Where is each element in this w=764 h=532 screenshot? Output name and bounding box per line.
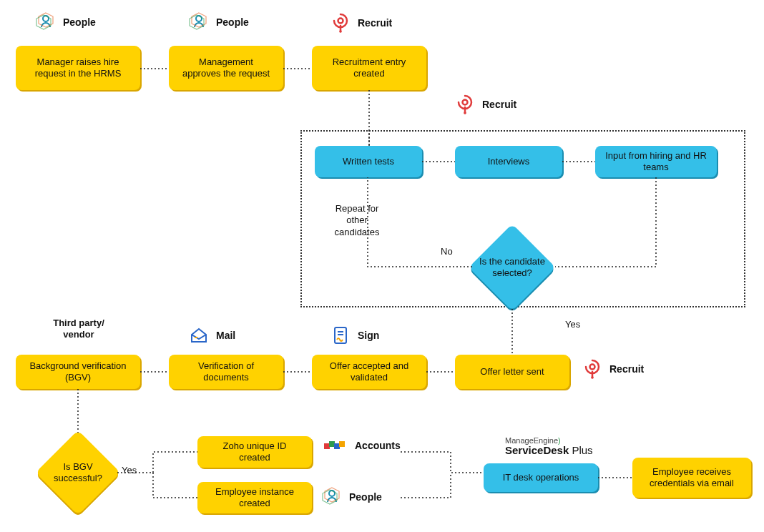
mail-heading: Mail: [187, 325, 235, 346]
edge-label-yes1: Yes: [565, 319, 580, 330]
recruit-label-3: Recruit: [609, 363, 644, 375]
edge-label-repeat: Repeat for other candidates: [325, 203, 389, 238]
people-icon: [320, 486, 343, 508]
node-manager-raises-request: Manager raises hire request in the HRMS: [16, 46, 140, 90]
node-management-approves: Management approves the request: [169, 46, 283, 90]
node-bgv: Background verification (BGV): [16, 355, 140, 389]
recruit-icon: [329, 11, 352, 34]
node-it-desk-operations: IT desk operations: [484, 463, 598, 492]
node-employee-credentials: Employee receives credentials via email: [632, 458, 751, 498]
mail-label: Mail: [216, 330, 235, 341]
people-icon: [34, 11, 57, 33]
mail-icon: [187, 325, 210, 346]
recruit-icon: [454, 93, 476, 116]
people-label-1: People: [63, 16, 96, 28]
node-verification-docs: Verification of documents: [169, 355, 283, 389]
people-label-2: People: [216, 16, 249, 28]
people-label-3: People: [349, 491, 382, 503]
sign-label: Sign: [358, 330, 379, 341]
recruit-heading-3: Recruit: [581, 358, 644, 380]
zoho-icon: [320, 439, 349, 452]
people-heading-3: People: [320, 486, 382, 508]
node-offer-accepted: Offer accepted and validated: [312, 355, 426, 389]
node-recruitment-entry: Recruitment entry created: [312, 46, 426, 90]
node-interviews: Interviews: [455, 146, 562, 177]
node-input-hiring-hr: Input from hiring and HR teams: [595, 146, 717, 177]
sign-heading: Sign: [329, 325, 379, 346]
recruit-heading-1: Recruit: [329, 11, 392, 34]
node-zoho-id-created: Zoho unique ID created: [197, 436, 312, 468]
node-offer-letter-sent: Offer letter sent: [455, 355, 569, 389]
decision-candidate-selected: Is the candidate selected?: [469, 225, 555, 310]
edge-label-yes2: Yes: [122, 465, 137, 476]
sign-icon: [329, 325, 352, 346]
edge-label-no: No: [441, 246, 453, 257]
recruit-icon: [581, 358, 604, 380]
people-heading-1: People: [34, 11, 96, 33]
recruit-heading-2: Recruit: [454, 93, 516, 116]
accounts-label: Accounts: [355, 440, 401, 451]
recruit-label-1: Recruit: [358, 17, 392, 29]
servicedesk-brand: ManageEngine) ServiceDesk Plus: [505, 436, 593, 457]
node-written-tests: Written tests: [315, 146, 422, 177]
accounts-heading: Accounts: [320, 439, 401, 452]
people-icon: [187, 11, 210, 33]
node-employee-instance: Employee instance created: [197, 482, 312, 513]
decision-bgv-successful: Is BGV successful?: [36, 430, 120, 515]
thirdparty-heading: Third party/vendor: [43, 317, 114, 341]
recruit-label-2: Recruit: [482, 99, 516, 110]
people-heading-2: People: [187, 11, 249, 33]
